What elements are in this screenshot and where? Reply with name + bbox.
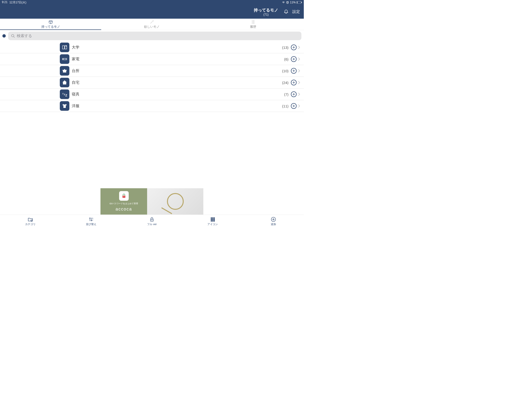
tab-label: 欲しいモノ [144, 25, 159, 29]
category-count: (7) [284, 92, 288, 96]
svg-rect-10 [64, 69, 65, 70]
bottom-label: フル ver [147, 222, 157, 226]
bottom-label: カテゴリ [25, 222, 36, 226]
category-label: 洋服 [72, 104, 282, 109]
search-placeholder: 検索する [17, 33, 32, 38]
bottom-sort[interactable]: AZ 並び替え [61, 215, 121, 228]
sleep-icon: zzZ [60, 89, 69, 99]
category-label: 大学 [72, 45, 282, 50]
chevron-right-icon [298, 69, 300, 72]
bottom-label: アイコン [207, 222, 218, 226]
svg-point-4 [12, 34, 14, 37]
bottom-fullver[interactable]: フル ver [121, 215, 182, 228]
status-date: 12月17日(火) [9, 0, 26, 5]
chevron-right-icon [298, 93, 300, 96]
tab-history[interactable]: 履歴 [203, 19, 304, 30]
status-bar: 9:21 12月17日(火) 11% [0, 0, 304, 5]
add-item-button[interactable] [291, 80, 297, 85]
home-icon [60, 78, 69, 87]
category-label: 自宅 [72, 80, 282, 85]
category-row[interactable]: zzZ寝具(7) [0, 89, 304, 100]
add-item-button[interactable] [291, 103, 297, 109]
svg-point-7 [66, 59, 66, 59]
category-row[interactable]: 家電(6) [0, 53, 304, 65]
svg-rect-20 [211, 217, 212, 219]
ad-banner[interactable]: ID/パスワードをまとめて管理 accoca [0, 188, 304, 215]
add-item-button[interactable] [291, 44, 297, 50]
settings-button[interactable]: 設定 [292, 9, 300, 14]
grid-icon [210, 217, 215, 222]
tab-wanted[interactable]: 欲しいモノ [101, 19, 202, 30]
tab-owned[interactable]: 持ってるモノ [0, 19, 101, 30]
banner-subtitle: ID/パスワードをまとめて管理 [110, 202, 138, 205]
bottom-label: 並び替え [86, 222, 96, 226]
category-row[interactable]: 台所(10) [0, 65, 304, 77]
appliance-icon [60, 54, 69, 64]
sort-icon: AZ [89, 217, 94, 222]
bottom-label: 追加 [271, 222, 276, 226]
banner-title: accoca [115, 207, 132, 212]
category-count: (24) [282, 81, 288, 85]
pot-icon [60, 66, 69, 76]
bell-icon[interactable] [284, 9, 288, 14]
status-battery: 11% [290, 1, 296, 4]
wifi-icon [282, 1, 285, 4]
filter-dot[interactable] [2, 34, 6, 38]
svg-rect-3 [301, 2, 302, 3]
book-icon [60, 43, 69, 52]
page-count: (71) [254, 13, 278, 16]
svg-rect-27 [212, 220, 213, 222]
svg-rect-6 [63, 59, 64, 59]
category-count: (11) [282, 104, 288, 108]
svg-rect-21 [212, 217, 213, 219]
category-label: 家電 [72, 57, 284, 62]
svg-rect-24 [212, 219, 213, 220]
banner-image [147, 188, 203, 215]
svg-rect-28 [214, 220, 215, 222]
svg-text:Z: Z [65, 94, 67, 97]
add-item-button[interactable] [291, 91, 297, 97]
tab-bar: 持ってるモノ 欲しいモノ 履歴 [0, 19, 304, 30]
alarm-icon [286, 1, 289, 4]
plus-circle-icon [271, 217, 276, 222]
svg-rect-23 [211, 219, 212, 220]
box-icon [49, 20, 53, 24]
chevron-right-icon [298, 57, 300, 61]
search-icon [11, 34, 15, 38]
svg-text:A: A [92, 217, 93, 219]
svg-rect-8 [63, 70, 66, 72]
search-input[interactable]: 検索する [8, 32, 301, 40]
status-time: 9:21 [2, 0, 7, 5]
svg-text:z: z [63, 92, 64, 95]
add-item-button[interactable] [291, 56, 297, 62]
bottom-toolbar: カテゴリ AZ 並び替え フル ver アイコン 追加 [0, 215, 304, 228]
page-title: 持ってるモノ [254, 7, 278, 13]
category-label: 台所 [72, 68, 282, 73]
category-count: (6) [284, 57, 288, 61]
bottom-category[interactable]: カテゴリ [0, 215, 61, 228]
chevron-right-icon [298, 46, 300, 49]
list-icon [251, 20, 255, 24]
chevron-right-icon [298, 81, 300, 84]
category-count: (10) [282, 69, 288, 73]
bottom-icons[interactable]: アイコン [182, 215, 243, 228]
folder-plus-icon [28, 217, 33, 222]
svg-point-19 [152, 220, 152, 220]
svg-rect-22 [214, 217, 215, 219]
category-row[interactable]: 洋服(11) [0, 100, 304, 112]
tab-label: 履歴 [250, 25, 256, 29]
lock-icon [119, 191, 129, 201]
add-item-button[interactable] [291, 68, 297, 74]
svg-text:Z: Z [92, 219, 93, 221]
svg-rect-2 [297, 2, 298, 3]
shirt-icon [60, 101, 69, 111]
svg-rect-26 [211, 220, 212, 222]
svg-rect-9 [63, 70, 67, 70]
category-count: (13) [282, 45, 288, 50]
category-row[interactable]: 大学(13) [0, 42, 304, 53]
bottom-add[interactable]: 追加 [243, 215, 304, 228]
battery-icon [297, 1, 302, 4]
app-header: 持ってるモノ (71) 設定 [0, 5, 304, 19]
category-row[interactable]: 自宅(24) [0, 77, 304, 89]
svg-rect-25 [214, 219, 215, 220]
